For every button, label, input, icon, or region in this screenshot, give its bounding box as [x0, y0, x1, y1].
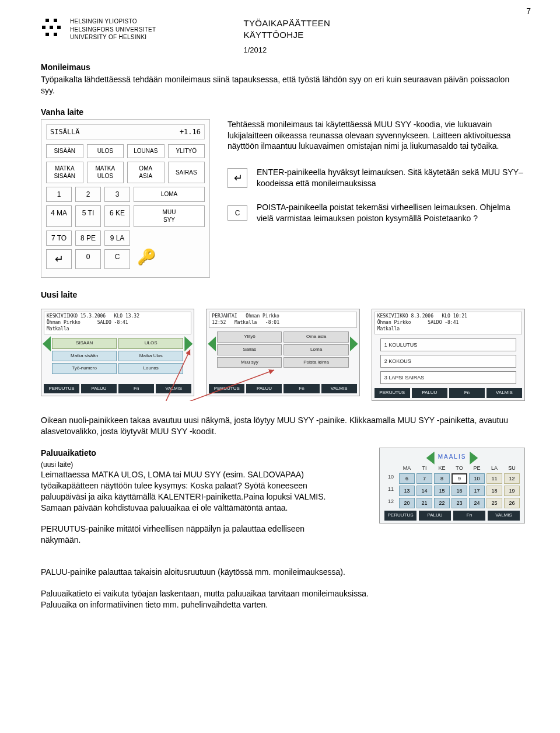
key-9[interactable]: 9 LA [104, 231, 130, 246]
s2-paluu[interactable]: PALUU [246, 384, 282, 394]
key-icon: 🔑 [137, 248, 156, 266]
s2-valmis[interactable]: VALMIS [321, 384, 357, 394]
s2-loma[interactable]: Loma [284, 344, 348, 355]
right-paragraph: Tehtäessä monileimaus tai käytettäessä M… [228, 119, 525, 152]
key-8[interactable]: 8 PE [75, 231, 101, 246]
cal-day[interactable]: 8 [434, 473, 450, 484]
cal-day[interactable]: 20 [399, 498, 415, 508]
btn-matka-sisaan[interactable]: MATKASISÄÄN [46, 162, 83, 183]
cal-prev-icon[interactable] [426, 452, 435, 465]
cal-day[interactable]: 10 [469, 473, 485, 484]
cal-day[interactable]: 18 [487, 486, 502, 496]
cal-day[interactable]: 24 [469, 498, 485, 508]
cal-day[interactable]: 25 [487, 498, 502, 508]
s3-fn[interactable]: Fn [449, 388, 485, 398]
cal-day[interactable]: 23 [452, 498, 467, 508]
cal-day[interactable]: 26 [504, 498, 520, 508]
s1-matka-ulos[interactable]: Matka Ulos [118, 351, 183, 362]
s1-paluu[interactable]: PALUU [81, 384, 117, 394]
enter-description: ENTER-painikeella hyväksyt leimauksen. S… [257, 167, 525, 189]
s3-peruutus[interactable]: PERUUTUS [374, 388, 410, 398]
cal-fn[interactable]: Fn [453, 511, 485, 521]
paluu-text-2: Paluuaikatieto ei vaikuta työajan lasken… [41, 588, 525, 599]
cal-day[interactable]: 21 [416, 498, 432, 508]
enter-button-icon[interactable]: ↵ [228, 168, 247, 188]
section-body-monileimaus: Työpaikalta lähdettäessä tehdään monilei… [41, 74, 525, 96]
s1-ulos[interactable]: ULOS [118, 338, 183, 349]
screen-2: PERJANTAI Öhman Pirkko 12:52 Matkalla -8… [206, 309, 359, 396]
old-device-keypad: SISÄLLÄ +1.16 SISÄÄN ULOS LOUNAS YLITYÖ … [41, 119, 210, 278]
logo-text: HELSINGIN YLIOPISTO HELSINGFORS UNIVERSI… [70, 18, 156, 41]
btn-ulos[interactable]: ULOS [87, 144, 124, 158]
logo-icon [41, 18, 64, 41]
cal-peruutus[interactable]: PERUUTUS [384, 511, 416, 521]
cal-next-icon[interactable] [470, 452, 478, 465]
key-0[interactable]: 0 [75, 249, 101, 269]
btn-oma-asia[interactable]: OMAASIA [127, 162, 164, 183]
s3-paluu[interactable]: PALUU [412, 388, 447, 398]
s1-lounas[interactable]: Lounas [118, 363, 183, 374]
cal-day[interactable]: 15 [434, 486, 450, 496]
cal-day-selected[interactable]: 9 [452, 473, 467, 484]
document-title: TYÖAIKAPÄÄTTEEN KÄYTTÖOHJE 1/2012 [243, 18, 330, 55]
key-1[interactable]: 1 [46, 187, 72, 202]
paluu-text-3: Paluuaika on informatiivinen tieto mm. p… [41, 599, 525, 610]
key-7[interactable]: 7 TO [46, 231, 72, 246]
cal-day[interactable]: 22 [434, 498, 450, 508]
key-3[interactable]: 3 [104, 187, 130, 202]
s1-valmis[interactable]: VALMIS [156, 384, 191, 394]
key-6[interactable]: 6 KE [104, 205, 130, 227]
cal-day[interactable]: 16 [452, 486, 467, 496]
heading-vanha-laite: Vanha laite [41, 107, 525, 118]
btn-sairas[interactable]: SAIRAS [168, 162, 205, 183]
btn-lounas[interactable]: LOUNAS [127, 144, 164, 158]
cal-day[interactable]: 12 [504, 473, 520, 484]
status-label: SISÄLLÄ [50, 127, 80, 137]
s3-item-1[interactable]: 1 KOULUTUS [380, 338, 516, 351]
s3-valmis[interactable]: VALMIS [487, 388, 522, 398]
s2-muu-syy[interactable]: Muu syy [217, 357, 282, 368]
cal-day[interactable]: 17 [469, 486, 485, 496]
key-4[interactable]: 4 MA [46, 205, 72, 227]
cal-day[interactable]: 14 [416, 486, 432, 496]
s2-ylityo[interactable]: Ylityö [217, 331, 282, 343]
s3-item-3[interactable]: 3 LAPSI SAIRAS [380, 371, 516, 384]
s3-item-2[interactable]: 2 KOKOUS [380, 355, 516, 368]
s1-sisaan[interactable]: SISÄÄN [52, 338, 117, 349]
cal-valmis[interactable]: VALMIS [488, 511, 520, 521]
keypad-display: SISÄLLÄ +1.16 [46, 124, 205, 139]
balance-value: +1.16 [180, 127, 201, 137]
c-description: POISTA-painikeella poistat tekemäsi virh… [257, 202, 525, 224]
s1-fn[interactable]: Fn [118, 384, 154, 394]
key-enter[interactable]: ↵ [46, 249, 72, 269]
cal-day[interactable]: 6 [399, 473, 415, 484]
s1-matka-sisaan[interactable]: Matka sisään [52, 351, 117, 362]
s2-oma-asia[interactable]: Oma asia [284, 331, 348, 343]
after-screens-text: Oikean nuoli-painikkeen takaa avautuu uu… [41, 415, 525, 437]
s1-tyonumero[interactable]: Työ-numero [52, 363, 117, 374]
btn-sisaan[interactable]: SISÄÄN [46, 144, 83, 158]
key-5[interactable]: 5 TI [75, 205, 101, 227]
cal-day[interactable]: 11 [487, 473, 502, 484]
calendar-widget: MAALIS MA TI KE TO PE LA SU 10 6 7 8 9 1… [379, 448, 525, 523]
key-2[interactable]: 2 [75, 187, 101, 202]
cal-day[interactable]: 19 [504, 486, 520, 496]
s2-sairas[interactable]: Sairas [217, 344, 282, 355]
s2-peruutus[interactable]: PERUUTUS [209, 384, 244, 394]
cal-day[interactable]: 7 [416, 473, 432, 484]
btn-loma[interactable]: LOMA [134, 187, 205, 202]
screenshots-row: KESKIVIIKKO 15.3.2006 KLO 13.32 Öhman Pi… [41, 309, 525, 401]
btn-matka-ulos[interactable]: MATKAULOS [87, 162, 124, 183]
university-logo: HELSINGIN YLIOPISTO HELSINGFORS UNIVERSI… [41, 18, 156, 41]
s2-fn[interactable]: Fn [284, 384, 319, 394]
c-button-icon[interactable]: C [228, 205, 247, 221]
btn-ylityo[interactable]: YLITYÖ [168, 144, 205, 158]
paluu-text-1: PALUU-painike palauttaa takaisin aloitus… [41, 567, 525, 578]
paluuaikatieto-body: Leimattaessa MATKA ULOS, LOMA tai MUU SY… [41, 469, 344, 514]
s2-poista[interactable]: Poista leima [284, 357, 348, 368]
cal-day[interactable]: 13 [399, 486, 415, 496]
cal-paluu[interactable]: PALUU [419, 511, 451, 521]
key-c[interactable]: C [104, 249, 130, 269]
btn-muu-syy[interactable]: MUUSYY [134, 205, 205, 227]
s1-peruutus[interactable]: PERUUTUS [44, 384, 79, 394]
